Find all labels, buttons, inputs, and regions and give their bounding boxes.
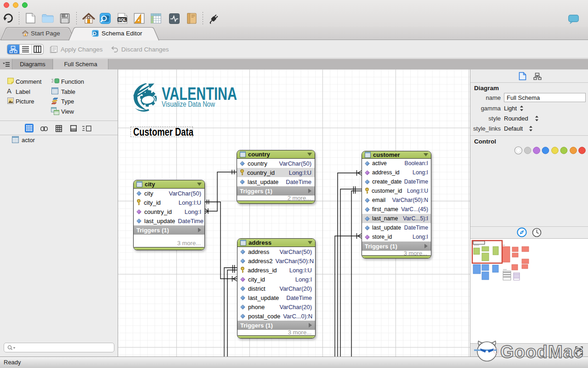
svg-text:A: A: [7, 87, 11, 94]
svg-text:SQL: SQL: [118, 17, 126, 22]
svg-text:Visualize Data Now: Visualize Data Now: [162, 100, 215, 108]
